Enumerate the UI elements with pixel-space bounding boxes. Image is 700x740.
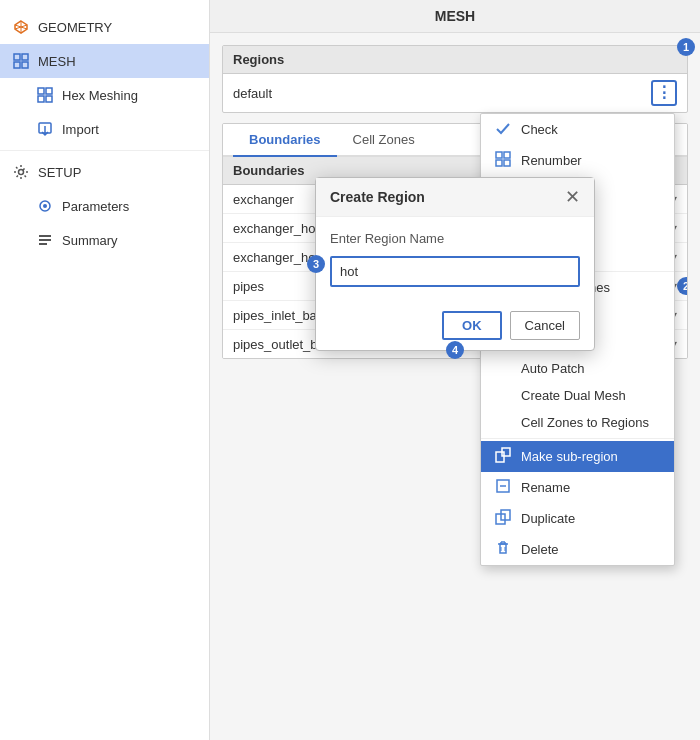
- menu-item-auto-patch[interactable]: Auto Patch: [481, 355, 674, 382]
- region-name-input[interactable]: [330, 256, 580, 287]
- tab-boundaries[interactable]: Boundaries: [233, 124, 337, 157]
- svg-rect-17: [39, 239, 51, 241]
- svg-rect-4: [22, 54, 28, 60]
- create-region-modal: 3 Create Region ✕ Enter Region Name OK C…: [315, 177, 595, 351]
- cancel-button[interactable]: Cancel: [510, 311, 580, 340]
- sidebar-label-import: Import: [62, 122, 99, 137]
- regions-panel: Regions default ⋮ 1: [222, 45, 688, 113]
- sidebar-item-summary[interactable]: Summary: [0, 223, 209, 257]
- sidebar-divider: [0, 150, 209, 151]
- svg-rect-5: [14, 62, 20, 68]
- menu-item-create-dual-mesh[interactable]: Create Dual Mesh: [481, 382, 674, 409]
- svg-rect-16: [39, 235, 51, 237]
- summary-icon: [36, 231, 54, 249]
- svg-rect-18: [39, 243, 47, 245]
- sidebar-label-mesh: MESH: [38, 54, 76, 69]
- geometry-icon: [12, 18, 30, 36]
- svg-rect-9: [38, 96, 44, 102]
- svg-rect-60: [496, 452, 504, 462]
- sidebar-label-geometry: GEOMETRY: [38, 20, 112, 35]
- modal-title: Create Region: [330, 189, 425, 205]
- menu-item-make-sub-region[interactable]: Make sub-region: [481, 441, 674, 472]
- delete-icon: [495, 540, 513, 559]
- duplicate-icon: [495, 509, 513, 528]
- hex-meshing-icon: [36, 86, 54, 104]
- menu-item-check[interactable]: Check: [481, 114, 674, 145]
- svg-rect-8: [46, 88, 52, 94]
- modal-header: Create Region ✕: [316, 178, 594, 217]
- modal-close-button[interactable]: ✕: [565, 188, 580, 206]
- badge-4: 4: [446, 341, 464, 359]
- make-sub-region-icon: [495, 447, 513, 466]
- main-panel: MESH Regions default ⋮ 1 Boundaries Cell…: [210, 0, 700, 740]
- badge-3: 3: [307, 255, 325, 273]
- menu-label-rename: Rename: [521, 480, 570, 495]
- import-icon: [36, 120, 54, 138]
- menu-label-duplicate: Duplicate: [521, 511, 575, 526]
- svg-rect-7: [38, 88, 44, 94]
- svg-point-13: [19, 170, 24, 175]
- regions-row: default ⋮: [223, 74, 687, 112]
- menu-item-rename[interactable]: Rename: [481, 472, 674, 503]
- menu-item-cell-zones-to-regions[interactable]: Cell Zones to Regions: [481, 409, 674, 436]
- setup-icon: [12, 163, 30, 181]
- mesh-icon: [12, 52, 30, 70]
- sidebar-label-parameters: Parameters: [62, 199, 129, 214]
- check-icon: [495, 120, 513, 139]
- region-default-name: default: [233, 86, 272, 101]
- menu-label-make-sub-region: Make sub-region: [521, 449, 618, 464]
- menu-label-check: Check: [521, 122, 558, 137]
- menu-label-delete: Delete: [521, 542, 559, 557]
- main-body: Regions default ⋮ 1 Boundaries Cell Zone…: [210, 33, 700, 371]
- sidebar-label-hex-meshing: Hex Meshing: [62, 88, 138, 103]
- menu-item-renumber[interactable]: Renumber: [481, 145, 674, 176]
- three-dots-button[interactable]: ⋮: [651, 80, 677, 106]
- menu-divider-2: [481, 438, 674, 439]
- regions-header: Regions: [223, 46, 687, 74]
- sidebar-label-summary: Summary: [62, 233, 118, 248]
- menu-label-cell-zones-to-regions: Cell Zones to Regions: [521, 415, 649, 430]
- tab-cell-zones[interactable]: Cell Zones: [337, 124, 431, 157]
- svg-point-15: [43, 204, 47, 208]
- sidebar-item-import[interactable]: Import: [0, 112, 209, 146]
- sidebar: GEOMETRY MESH Hex Meshing Import SETUP P…: [0, 0, 210, 740]
- sidebar-item-geometry[interactable]: GEOMETRY: [0, 10, 209, 44]
- sidebar-item-hex-meshing[interactable]: Hex Meshing: [0, 78, 209, 112]
- rename-icon: [495, 478, 513, 497]
- menu-item-delete[interactable]: Delete: [481, 534, 674, 565]
- svg-rect-6: [22, 62, 28, 68]
- modal-body: Enter Region Name: [316, 217, 594, 301]
- modal-region-label: Enter Region Name: [330, 231, 580, 246]
- badge-2: 2: [677, 277, 687, 295]
- svg-rect-54: [504, 160, 510, 166]
- svg-rect-10: [46, 96, 52, 102]
- menu-label-renumber: Renumber: [521, 153, 582, 168]
- modal-footer: OK Cancel 4: [316, 301, 594, 350]
- sidebar-item-mesh[interactable]: MESH: [0, 44, 209, 78]
- parameters-icon: [36, 197, 54, 215]
- renumber-icon: [495, 151, 513, 170]
- sidebar-item-parameters[interactable]: Parameters: [0, 189, 209, 223]
- menu-item-duplicate[interactable]: Duplicate: [481, 503, 674, 534]
- svg-rect-52: [504, 152, 510, 158]
- svg-rect-53: [496, 160, 502, 166]
- ok-button[interactable]: OK: [442, 311, 502, 340]
- badge-1: 1: [677, 38, 695, 56]
- svg-rect-51: [496, 152, 502, 158]
- menu-label-create-dual-mesh: Create Dual Mesh: [521, 388, 626, 403]
- menu-label-auto-patch: Auto Patch: [521, 361, 585, 376]
- svg-rect-3: [14, 54, 20, 60]
- sidebar-item-setup[interactable]: SETUP: [0, 155, 209, 189]
- sidebar-label-setup: SETUP: [38, 165, 81, 180]
- main-title: MESH: [210, 0, 700, 33]
